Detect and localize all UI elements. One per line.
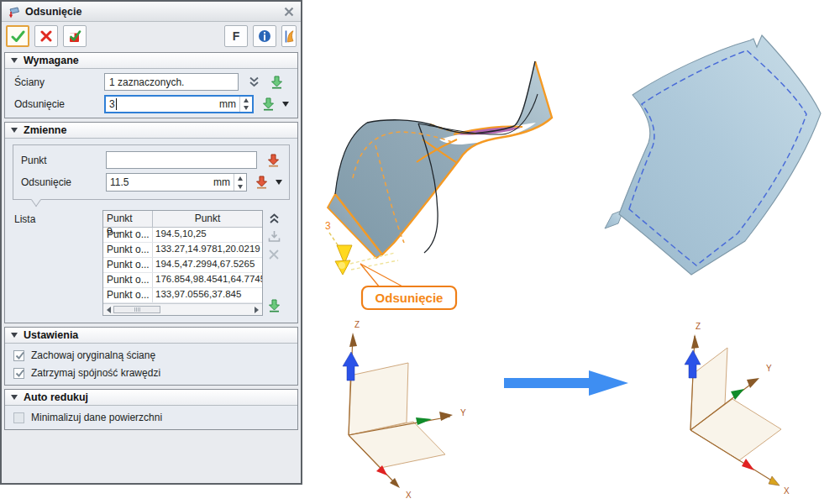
variable-offset-spinner[interactable] — [234, 174, 246, 191]
table-row[interactable]: Punkt o... 194.5,47.2994,67.5265 — [103, 258, 262, 273]
section-auto-reduce-title: Auto redukuj — [24, 391, 88, 403]
variable-offset-unit: mm — [212, 176, 234, 188]
table-side-tools — [263, 210, 285, 316]
cancel-button[interactable] — [34, 25, 58, 47]
minimize-surface-checkbox[interactable] — [13, 412, 24, 423]
handle-offset-value: 3 — [325, 220, 331, 232]
scroll-thumb[interactable] — [113, 306, 160, 313]
collapse-triangle-icon — [11, 333, 18, 338]
page-flip-icon[interactable] — [281, 25, 297, 47]
scroll-right-icon[interactable] — [255, 307, 259, 313]
minimize-surface-label: Minimalizuj dane powierzchni — [31, 412, 162, 423]
offset-label: Odsunięcie — [14, 98, 100, 110]
model-viewport[interactable]: 3 Odsunięcie Z Y X — [302, 0, 840, 504]
section-auto-reduce: Auto redukuj Minimalizuj dane powierzchn… — [4, 389, 298, 430]
table-row[interactable]: Punkt o... 194.5,10,25 — [103, 228, 262, 243]
y-axis-label: Y — [460, 408, 466, 417]
y-axis-arrow — [416, 417, 432, 425]
pick-target-red-icon[interactable] — [255, 176, 269, 189]
z-axis-label: Z — [696, 322, 701, 331]
pick-target-green-icon[interactable] — [267, 299, 281, 312]
viewport-canvas: 3 Odsunięcie Z Y X — [302, 0, 840, 504]
keep-original-checkbox[interactable] — [13, 350, 24, 361]
offset-dropdown-icon[interactable] — [282, 102, 289, 107]
table-row[interactable]: Punkt o... 176.854,98.4541,64.7745 — [103, 273, 262, 288]
pick-target-green-icon[interactable] — [261, 97, 276, 111]
faces-input[interactable]: 1 zaznaczonych. — [104, 73, 239, 91]
section-variable-title: Zmienne — [24, 124, 66, 136]
section-required-title: Wymagane — [24, 55, 79, 66]
table-row[interactable]: Punkt o... 133.27,14.9781,20.0219 — [103, 243, 262, 258]
ok-button[interactable] — [6, 25, 29, 47]
annotation-label: Odsunięcie — [375, 291, 444, 305]
source-surface[interactable] — [328, 61, 552, 258]
offset-annotation[interactable]: Odsunięcie — [360, 264, 456, 309]
table-hscrollbar[interactable] — [103, 303, 262, 315]
offset-face-icon — [7, 5, 20, 18]
collapse-double-chevron-up-icon[interactable] — [268, 213, 281, 224]
section-settings-header[interactable]: Ustawienia — [5, 328, 297, 344]
offset-unit: mm — [218, 98, 239, 110]
variable-offset-label: Odsunięcie — [21, 176, 102, 188]
x-axis-label: X — [406, 491, 412, 500]
import-points-icon[interactable] — [268, 230, 281, 243]
expand-double-chevron-icon[interactable] — [248, 76, 260, 88]
keep-edges-checkbox[interactable] — [13, 368, 24, 379]
transform-arrow — [504, 370, 628, 396]
delete-point-icon[interactable] — [268, 249, 280, 260]
pick-target-red-icon[interactable] — [266, 154, 281, 167]
variable-offset-input[interactable]: 11.5 mm — [106, 173, 247, 192]
table-row[interactable]: Punkt o... 133,97.0556,37.845 — [103, 288, 262, 303]
variable-group: Punkt Odsunięcie 11.5 mm — [13, 144, 290, 200]
group-callout-notch — [31, 193, 41, 207]
collapse-triangle-icon — [11, 128, 18, 133]
datum-triad-left[interactable]: Z Y X — [343, 320, 466, 500]
table-header[interactable]: Punkt o... Punkt — [103, 211, 262, 228]
list-row: Lista Punkt o... Punkt Punkt o... 194.5,… — [14, 210, 291, 316]
pick-target-green-icon[interactable] — [270, 76, 284, 89]
section-variable-header[interactable]: Zmienne — [5, 123, 297, 139]
offset-spinner[interactable] — [239, 97, 252, 112]
result-surface[interactable] — [605, 35, 821, 275]
offset-value-input[interactable]: 3 mm — [104, 95, 254, 113]
scroll-left-icon[interactable] — [107, 307, 111, 313]
section-required: Wymagane Ściany 1 zaznaczonych. Odsunięc… — [4, 52, 298, 118]
faces-label: Ściany — [14, 76, 100, 88]
info-button[interactable] — [253, 25, 276, 47]
x-axis-arrow — [742, 459, 754, 470]
dialog-titlebar: Odsunięcie — [2, 2, 301, 22]
close-icon[interactable] — [282, 5, 296, 18]
text-caret — [116, 98, 117, 110]
offset-dialog: Odsunięcie F — [0, 0, 302, 485]
datum-triad-right[interactable]: Z Y X — [685, 322, 790, 496]
f-mode-button[interactable]: F — [224, 25, 248, 47]
dialog-title: Odsunięcie — [25, 6, 277, 18]
point-label: Punkt — [21, 155, 102, 166]
y-axis-label: Y — [766, 364, 772, 373]
z-axis-label: Z — [354, 320, 360, 329]
collapse-triangle-icon — [11, 58, 18, 63]
section-settings: Ustawienia Zachowaj oryginalną ścianę Za… — [4, 327, 298, 386]
point-input[interactable] — [106, 151, 257, 169]
points-table: Punkt o... Punkt Punkt o... 194.5,10,25 … — [102, 210, 263, 316]
x-axis-label: X — [784, 486, 790, 496]
f-mode-label: F — [233, 29, 240, 43]
collapse-triangle-icon — [11, 395, 18, 400]
section-required-header[interactable]: Wymagane — [5, 53, 297, 69]
keep-edges-label: Zatrzymaj spójność krawędzi — [31, 367, 160, 379]
variable-offset-dropdown-icon[interactable] — [276, 180, 282, 185]
section-settings-title: Ustawienia — [24, 329, 78, 341]
apply-button[interactable] — [63, 25, 87, 47]
section-auto-reduce-header[interactable]: Auto redukuj — [5, 390, 297, 406]
dialog-toolbar: F — [2, 22, 301, 50]
section-variable: Zmienne Punkt Odsunięcie 11.5 — [4, 122, 298, 323]
list-label: Lista — [14, 210, 102, 316]
keep-original-label: Zachowaj oryginalną ścianę — [31, 349, 155, 361]
